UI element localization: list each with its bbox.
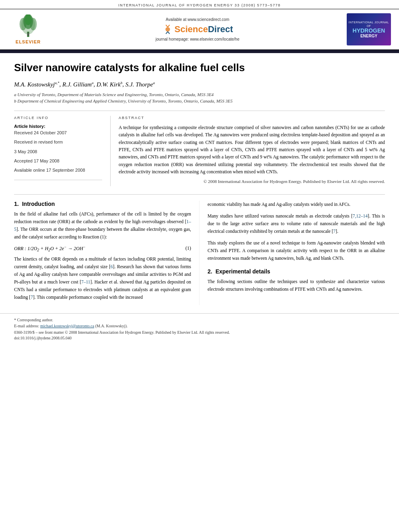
available-online: Available online 17 September 2008 [14, 167, 102, 173]
affiliations: a University of Toronto, Department of M… [14, 91, 385, 105]
svg-point-8 [165, 27, 170, 31]
available-at: Available at www.sciencedirect.com [56, 17, 339, 22]
experimental-title: 2. Experimental details [208, 268, 385, 275]
article-info-header: Article Info [14, 116, 102, 120]
journal-header: International Journal of Hydrogen Energy… [0, 0, 399, 9]
formula-text: ORR : 1/2O2 + H2O + 2e− → 2OH− [14, 245, 86, 252]
introduction-title: 1. Introduction [14, 201, 191, 207]
right-para1: economic viability has made Ag and Ag-al… [208, 201, 385, 208]
sciencedirect-text: ScienceDirect [175, 24, 233, 35]
svg-point-5 [25, 14, 31, 25]
footer-copyright: 0360-3199/$ – see front matter © 2008 In… [14, 330, 385, 335]
revised-date: 3 May 2008 [14, 149, 102, 155]
abstract-copyright: © 2008 International Association for Hyd… [119, 179, 385, 184]
banner: ELSEVIER Available at www.sciencedirect.… [0, 9, 399, 50]
revised-label: Received in revised form [14, 139, 102, 145]
affiliation-1: a University of Toronto, Department of M… [14, 91, 385, 98]
abstract-header: Abstract [119, 116, 385, 120]
body-content: 1. Introduction In the field of alkaline… [14, 201, 385, 305]
right-para2: Many studies have utilized various nanos… [208, 212, 385, 235]
hydrogen-logo-title: international journal of [347, 21, 391, 28]
footnote-email: E-mail address: michael.kostowskyj@utoro… [14, 323, 385, 329]
svg-line-9 [166, 25, 168, 27]
exp-label: Experimental details [216, 268, 270, 275]
hydrogen-logo-energy: ENERGY [360, 34, 377, 38]
svg-line-12 [168, 32, 170, 34]
footnote-corresponding: * Corresponding author. [14, 317, 385, 323]
footer-doi: doi:10.1016/j.ijhydene.2008.05.040 [14, 336, 385, 340]
svg-rect-7 [27, 34, 29, 36]
dark-separator [0, 50, 399, 53]
corresponding-label: * Corresponding author. [14, 318, 53, 322]
article-history-label: Article history: [14, 124, 102, 129]
formula-number: (1) [185, 245, 191, 251]
ref-7b[interactable]: 7 [31, 295, 33, 300]
email-suffix: (M.A. Kostowskyj). [95, 324, 128, 328]
info-abstract-section: Article Info Article history: Received 2… [14, 111, 385, 186]
ref-6[interactable]: 6 [111, 264, 113, 269]
elsevier-logo: ELSEVIER [8, 14, 48, 44]
svg-line-10 [168, 25, 170, 27]
intro-label: Introduction [22, 201, 55, 207]
ref-1-5[interactable]: 1–5 [14, 219, 191, 232]
svg-line-11 [166, 32, 168, 34]
exp-para1: The following sections outline the techn… [208, 278, 385, 293]
affiliation-2: b Department of Chemical Engineering and… [14, 98, 385, 105]
elsevier-tree-icon [16, 14, 40, 39]
author-kostowskyj: M.A. Kostowskyja,*, R.J. Gilliama, D.W. … [14, 81, 155, 88]
page: International Journal of Hydrogen Energy… [0, 0, 399, 532]
sciencedirect-icon [162, 24, 173, 35]
accepted-date: Accepted 17 May 2008 [14, 158, 102, 164]
article-title: Silver nanowire catalysts for alkaline f… [14, 61, 385, 75]
ref-7-12-14[interactable]: 7,12–14 [353, 214, 368, 218]
article-info-col: Article Info Article history: Received 2… [14, 116, 111, 186]
email-link[interactable]: michael.kostowskyj@utoronto.ca [40, 324, 94, 328]
abstract-col: Abstract A technique for synthesizing a … [111, 116, 385, 186]
ref-7c[interactable]: 7 [333, 229, 336, 234]
elsevier-text: ELSEVIER [16, 39, 41, 44]
intro-para1: In the field of alkaline fuel cells (AFC… [14, 210, 191, 241]
intro-num: 1. [14, 201, 19, 207]
exp-num: 2. [208, 268, 212, 275]
hydrogen-energy-logo: international journal of HYDROGEN ENERGY [347, 13, 391, 45]
svg-point-6 [27, 33, 29, 34]
hydrogen-logo-main: HYDROGEN [353, 28, 385, 34]
email-label: E-mail address: [14, 324, 39, 328]
article-content: Silver nanowire catalysts for alkaline f… [0, 53, 399, 305]
footer: * Corresponding author. E-mail address: … [0, 313, 399, 343]
journal-header-text: International Journal of Hydrogen Energy… [118, 3, 281, 7]
info-divider [14, 180, 102, 180]
intro-para2: The kinetics of the ORR depends on a mul… [14, 255, 191, 301]
formula-block: ORR : 1/2O2 + H2O + 2e− → 2OH− (1) [14, 245, 191, 252]
ref-7-11[interactable]: 7–11 [81, 279, 90, 284]
received-date: Received 24 October 2007 [14, 130, 102, 136]
abstract-text: A technique for synthesizing a composite… [119, 124, 385, 176]
body-right-col: economic viability has made Ag and Ag-al… [199, 201, 385, 305]
journal-homepage: journal homepage: www.elsevier.com/locat… [56, 37, 339, 41]
right-para3: This study explores the use of a novel t… [208, 239, 385, 262]
sciencedirect-logo: ScienceDirect [56, 24, 339, 35]
banner-center: Available at www.sciencedirect.com Scien… [48, 17, 347, 41]
body-left-col: 1. Introduction In the field of alkaline… [14, 201, 199, 305]
authors: M.A. Kostowskyja,*, R.J. Gilliama, D.W. … [14, 81, 385, 88]
section-divider [14, 194, 385, 195]
